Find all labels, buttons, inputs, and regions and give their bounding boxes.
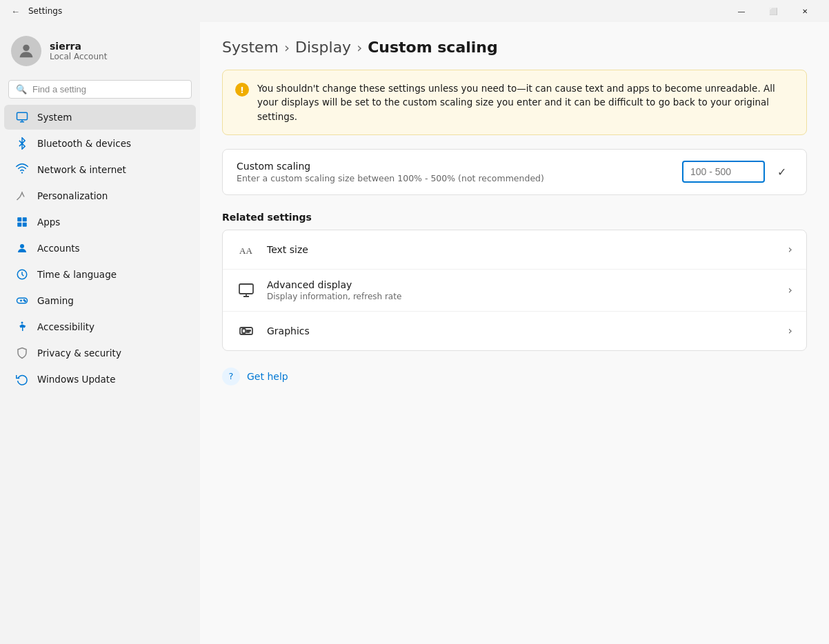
user-account-type: Local Account: [50, 52, 107, 61]
apps-icon: [15, 215, 29, 229]
scaling-label: Custom scaling Enter a custom scaling si…: [237, 161, 544, 183]
warning-icon: !: [235, 83, 249, 97]
sidebar-item-apps-label: Apps: [37, 217, 60, 228]
search-bar[interactable]: 🔍: [8, 80, 192, 99]
sidebar-item-apps[interactable]: Apps: [4, 210, 196, 234]
sidebar-item-privacy[interactable]: Privacy & security: [4, 341, 196, 365]
svg-rect-6: [23, 223, 27, 227]
breadcrumb-system[interactable]: System: [222, 39, 279, 56]
svg-point-13: [25, 301, 26, 302]
graphics-icon: [237, 321, 256, 341]
related-item-advanced-display[interactable]: Advanced display Display information, re…: [223, 270, 806, 312]
accessibility-icon: [15, 320, 29, 334]
sidebar-item-update[interactable]: Windows Update: [4, 367, 196, 392]
maximize-button[interactable]: ⬜: [757, 0, 789, 22]
accounts-icon: [15, 241, 29, 255]
sidebar-item-update-label: Windows Update: [37, 374, 115, 385]
sidebar-item-gaming[interactable]: Gaming: [4, 288, 196, 313]
titlebar: ← Settings — ⬜ ✕: [0, 0, 829, 22]
advanced-display-chevron-icon: ›: [788, 283, 792, 296]
get-help-section[interactable]: ? Get help: [222, 368, 807, 385]
network-icon: [15, 163, 29, 177]
graphics-chevron-icon: ›: [788, 324, 792, 337]
related-item-text-size-title: Text size: [267, 244, 777, 255]
scaling-input-row: ✓: [682, 161, 792, 183]
minimize-button[interactable]: —: [726, 0, 757, 22]
related-item-graphics[interactable]: Graphics ›: [223, 312, 806, 350]
sidebar-item-accessibility[interactable]: Accessibility: [4, 314, 196, 339]
custom-scaling-section: Custom scaling Enter a custom scaling si…: [222, 149, 807, 195]
sidebar-item-bluetooth[interactable]: Bluetooth & devices: [4, 131, 196, 156]
related-settings-list: AA Text size › Advanced display Display …: [222, 230, 807, 351]
related-item-graphics-title: Graphics: [267, 325, 777, 336]
text-size-chevron-icon: ›: [788, 243, 792, 256]
breadcrumb-sep-2: ›: [357, 39, 362, 56]
advanced-display-icon: [237, 281, 256, 300]
sidebar-item-personalization-label: Personalization: [37, 190, 108, 201]
user-info: sierra Local Account: [50, 41, 107, 61]
svg-point-7: [20, 244, 24, 248]
sidebar-item-accounts[interactable]: Accounts: [4, 236, 196, 261]
related-item-advanced-display-subtitle: Display information, refresh rate: [267, 292, 777, 301]
svg-rect-16: [239, 284, 253, 294]
related-item-graphics-text: Graphics: [267, 325, 777, 336]
related-settings-heading: Related settings: [222, 212, 807, 223]
user-avatar-icon: [17, 41, 36, 61]
sidebar-item-accessibility-label: Accessibility: [37, 321, 94, 332]
scaling-input[interactable]: [682, 161, 765, 183]
update-icon: [15, 372, 29, 386]
privacy-icon: [15, 346, 29, 360]
sidebar-item-personalization[interactable]: Personalization: [4, 183, 196, 208]
scaling-subtitle: Enter a custom scaling size between 100%…: [237, 173, 544, 183]
sidebar-item-time[interactable]: Time & language: [4, 262, 196, 287]
search-input[interactable]: [32, 84, 184, 94]
get-help-label: Get help: [247, 371, 288, 382]
close-button[interactable]: ✕: [789, 0, 821, 22]
sidebar-item-time-label: Time & language: [37, 269, 117, 280]
svg-rect-5: [17, 223, 21, 227]
svg-text:AA: AA: [239, 245, 252, 256]
sidebar-item-accounts-label: Accounts: [37, 243, 80, 254]
personalization-icon: [15, 189, 29, 203]
system-icon: [15, 110, 29, 124]
gaming-icon: [15, 294, 29, 308]
sidebar-item-gaming-label: Gaming: [37, 295, 74, 306]
warning-text: You shouldn't change these settings unle…: [257, 81, 794, 123]
bluetooth-icon: [15, 137, 29, 150]
user-profile[interactable]: sierra Local Account: [0, 28, 200, 77]
svg-rect-4: [23, 217, 27, 221]
svg-rect-20: [242, 329, 246, 333]
svg-point-0: [23, 45, 29, 51]
sidebar-item-bluetooth-label: Bluetooth & devices: [37, 138, 131, 149]
related-item-text-size-text: Text size: [267, 244, 777, 255]
sidebar-item-network[interactable]: Network & internet: [4, 157, 196, 182]
back-button[interactable]: ←: [8, 5, 23, 18]
svg-rect-21: [247, 330, 250, 331]
sidebar: sierra Local Account 🔍 System Bluetooth …: [0, 22, 200, 644]
get-help-icon: ?: [222, 368, 240, 385]
breadcrumb-current: Custom scaling: [368, 39, 498, 56]
avatar: [11, 36, 41, 66]
svg-point-2: [21, 172, 23, 173]
time-icon: [15, 268, 29, 281]
breadcrumb-sep-1: ›: [284, 39, 290, 56]
warning-banner: ! You shouldn't change these settings un…: [222, 70, 807, 135]
related-item-advanced-display-text: Advanced display Display information, re…: [267, 279, 777, 301]
breadcrumb-display[interactable]: Display: [295, 39, 351, 56]
text-size-icon: AA: [237, 240, 256, 259]
sidebar-item-system[interactable]: System: [4, 105, 196, 130]
svg-rect-1: [17, 112, 28, 120]
sidebar-item-network-label: Network & internet: [37, 164, 126, 175]
sidebar-item-privacy-label: Privacy & security: [37, 348, 121, 359]
titlebar-title: Settings: [28, 6, 62, 16]
svg-rect-3: [17, 217, 21, 221]
breadcrumb: System › Display › Custom scaling: [222, 39, 807, 56]
svg-point-14: [21, 322, 23, 324]
main-content: System › Display › Custom scaling ! You …: [200, 22, 829, 644]
related-item-text-size[interactable]: AA Text size ›: [223, 230, 806, 270]
user-name: sierra: [50, 41, 107, 52]
window-controls: — ⬜ ✕: [726, 0, 821, 22]
scaling-confirm-button[interactable]: ✓: [770, 161, 792, 183]
sidebar-item-system-label: System: [37, 112, 72, 123]
related-item-advanced-display-title: Advanced display: [267, 279, 777, 290]
